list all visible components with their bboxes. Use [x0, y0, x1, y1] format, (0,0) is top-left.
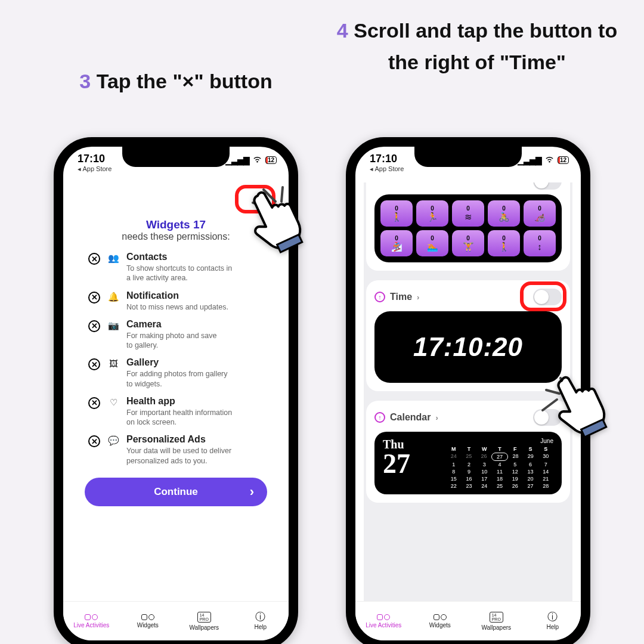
activity-widget: 0🚶0🏃0≋0🚴0🦽 0🏂0🏊0🏋0🚶0↕ — [374, 194, 562, 262]
wallpapers-icon: 14 PRO — [197, 612, 211, 623]
activity-cell: 0🏃 — [416, 200, 448, 227]
status-time: 17:10 — [370, 153, 404, 165]
permission-name: Personalized Ads — [126, 434, 267, 445]
notch — [122, 147, 230, 167]
permission-desc: For important health information on lock… — [126, 408, 267, 428]
tab-help[interactable]: ⓘ Help — [525, 602, 581, 640]
tab-label: Wallpapers — [481, 624, 511, 631]
permission-row: ✕ ♡ Health app For important health info… — [88, 396, 267, 428]
arrow-up-icon: ↑ — [374, 412, 385, 423]
tab-wallpapers[interactable]: 14 PRO Wallpapers — [468, 602, 525, 640]
deny-icon: ✕ — [88, 253, 100, 265]
tab-help[interactable]: ⓘ Help — [233, 602, 289, 640]
permission-name: Notification — [126, 290, 267, 301]
deny-icon: ✕ — [88, 292, 100, 304]
permission-icon: 👥 — [107, 253, 119, 264]
activity-cell: 0🚶 — [380, 200, 413, 227]
wifi-icon — [544, 155, 555, 165]
permission-row: ✕ 💬 Personalized Ads Your data will be u… — [88, 434, 267, 466]
activity-toggle[interactable] — [533, 182, 562, 190]
battery-icon: 12 — [558, 156, 569, 164]
permission-icon: 🔔 — [107, 292, 119, 302]
step-3-number: 3 — [79, 70, 91, 92]
activity-cell: 0🚶 — [488, 230, 520, 256]
tab-widgets[interactable]: Widgets — [412, 602, 469, 640]
deny-icon: ✕ — [88, 320, 100, 332]
chevron-right-icon: › — [417, 293, 419, 302]
pointer-hand-icon — [239, 179, 310, 256]
widgets-icon — [141, 614, 154, 620]
status-back-link[interactable]: App Store — [78, 165, 112, 173]
wallpapers-icon: 14 PRO — [490, 612, 503, 623]
bottom-tab-bar: Live Activities Widgets 14 PRO Wallpaper… — [63, 601, 289, 640]
battery-icon: 12 — [265, 156, 277, 164]
status-back-link[interactable]: App Store — [370, 165, 404, 173]
tab-live-activities[interactable]: Live Activities — [63, 602, 120, 640]
help-icon: ⓘ — [547, 612, 558, 622]
status-time: 17:10 — [78, 153, 112, 165]
tab-widgets[interactable]: Widgets — [120, 602, 177, 640]
tab-label: Widgets — [137, 622, 159, 628]
continue-button[interactable]: Continue — [85, 478, 267, 506]
activity-cell: 0🏋 — [452, 230, 484, 256]
tab-live-activities[interactable]: Live Activities — [355, 602, 412, 640]
deny-icon: ✕ — [88, 358, 100, 370]
step-4-title: 4 Scroll and tap the button to the right… — [334, 15, 620, 78]
time-toggle-highlight — [520, 281, 566, 311]
tab-label: Live Activities — [366, 622, 401, 628]
calendar-month: June — [446, 438, 553, 444]
live-activities-icon — [85, 614, 98, 620]
chevron-right-icon: › — [435, 413, 438, 422]
calendar-widget: Thu 27 June MTWTFSS 24252627282930123456… — [374, 432, 562, 494]
permission-icon: 💬 — [107, 435, 119, 446]
deny-icon: ✕ — [88, 397, 100, 409]
step-3-bold: the "×" button — [137, 70, 273, 92]
activity-cell: 0↕ — [524, 230, 556, 256]
activity-cell: 0🚴 — [488, 200, 520, 227]
wifi-icon — [252, 155, 262, 165]
permission-icon: ♡ — [107, 397, 119, 408]
notch — [414, 147, 522, 167]
deny-icon: ✕ — [88, 435, 100, 447]
permission-desc: For adding photos from gallery to widget… — [126, 369, 267, 389]
live-activities-icon — [377, 614, 390, 620]
permission-name: Camera — [126, 319, 267, 330]
calendar-label[interactable]: Calendar — [390, 412, 431, 423]
permission-row: ✕ 🖼 Gallery For adding photos from galle… — [88, 357, 267, 389]
arrow-up-icon: ↑ — [374, 292, 385, 302]
calendar-day: 27 — [383, 451, 436, 476]
permission-icon: 🖼 — [107, 358, 119, 369]
time-label[interactable]: Time — [390, 292, 412, 302]
permissions-list: ✕ 👥 Contacts To show shortcuts to contac… — [85, 252, 267, 466]
activity-cell: 0≋ — [452, 200, 484, 227]
time-toggle[interactable] — [533, 289, 562, 305]
step-3-prefix: Tap — [97, 70, 137, 92]
permission-row: ✕ 🔔 Notification Not to miss news and up… — [88, 290, 267, 312]
widgets-icon — [434, 614, 447, 620]
permission-row: ✕ 📷 Camera For making photo and save to … — [88, 319, 267, 351]
permission-name: Gallery — [126, 357, 267, 368]
tab-label: Help — [546, 624, 559, 630]
activity-cell: 0🏂 — [380, 230, 413, 256]
activity-card: 0🚶0🏃0≋0🚴0🦽 0🏂0🏊0🏋0🚶0↕ — [366, 182, 570, 271]
permission-desc: To show shortcuts to contacts in a live … — [126, 264, 267, 283]
permission-desc: Not to miss news and updates. — [126, 302, 267, 312]
step-4-number: 4 — [337, 19, 348, 42]
activity-cell: 0🏊 — [416, 230, 448, 256]
step-3-title: 3 Tap the "×" button — [36, 66, 316, 97]
permission-icon: 📷 — [107, 320, 119, 331]
permission-desc: Your data will be used to deliver person… — [126, 446, 267, 466]
tab-label: Live Activities — [73, 622, 109, 628]
permission-name: Health app — [126, 396, 267, 407]
tab-wallpapers[interactable]: 14 PRO Wallpapers — [176, 602, 233, 640]
pointer-hand-icon — [543, 364, 614, 441]
tab-label: Help — [254, 624, 267, 630]
step-4-text: Scroll and tap the button to the right o… — [354, 19, 617, 73]
tab-label: Wallpapers — [189, 624, 219, 631]
activity-cell: 0🦽 — [524, 200, 556, 227]
help-icon: ⓘ — [255, 612, 265, 622]
tab-label: Widgets — [429, 622, 451, 628]
permission-desc: For making photo and save to gallery. — [126, 331, 267, 351]
bottom-tab-bar: Live Activities Widgets 14 PRO Wallpaper… — [355, 601, 581, 640]
